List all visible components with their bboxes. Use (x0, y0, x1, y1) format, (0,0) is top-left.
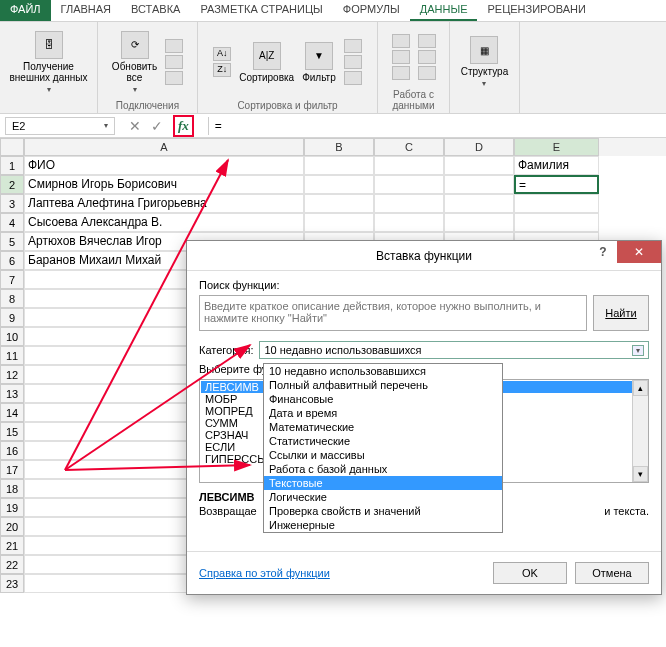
refresh-all-button[interactable]: ⟳ Обновить все ▾ (112, 31, 157, 94)
cell[interactable] (374, 156, 444, 175)
insert-function-button[interactable]: fx (173, 115, 194, 137)
tab-formulas[interactable]: ФОРМУЛЫ (333, 0, 410, 21)
row-header[interactable]: 12 (0, 365, 24, 384)
category-select[interactable]: 10 недавно использовавшихся ▾ (259, 341, 649, 359)
cell[interactable]: = (514, 175, 599, 194)
find-button[interactable]: Найти (593, 295, 649, 331)
row-header[interactable]: 8 (0, 289, 24, 308)
tab-insert[interactable]: ВСТАВКА (121, 0, 190, 21)
tab-data[interactable]: ДАННЫЕ (410, 0, 478, 21)
row-header[interactable]: 17 (0, 460, 24, 479)
remove-duplicates-icon[interactable] (392, 66, 410, 80)
advanced-filter-icon[interactable] (344, 71, 362, 85)
reapply-icon[interactable] (344, 55, 362, 69)
cancel-formula-icon[interactable]: ✕ (129, 118, 141, 134)
category-option[interactable]: Текстовые (264, 476, 502, 490)
row-header[interactable]: 6 (0, 251, 24, 270)
row-header[interactable]: 15 (0, 422, 24, 441)
validation-icon[interactable] (418, 34, 436, 48)
cell[interactable] (444, 213, 514, 232)
tab-review[interactable]: РЕЦЕНЗИРОВАНИ (477, 0, 595, 21)
cell[interactable] (374, 213, 444, 232)
cell[interactable] (304, 175, 374, 194)
row-header[interactable]: 5 (0, 232, 24, 251)
function-list-scrollbar[interactable]: ▴ ▾ (632, 380, 648, 482)
cancel-button[interactable]: Отмена (575, 562, 649, 584)
category-dropdown[interactable]: 10 недавно использовавшихсяПолный алфави… (263, 363, 503, 533)
ok-button[interactable]: OK (493, 562, 567, 584)
edit-links-icon[interactable] (165, 71, 183, 85)
consolidate-icon[interactable] (418, 50, 436, 64)
row-header[interactable]: 4 (0, 213, 24, 232)
category-option[interactable]: Проверка свойств и значений (264, 504, 502, 518)
category-option[interactable]: Статистические (264, 434, 502, 448)
name-box[interactable]: E2 ▾ (5, 117, 115, 135)
tab-file[interactable]: ФАЙЛ (0, 0, 51, 21)
formula-input[interactable]: = (208, 117, 666, 135)
cell[interactable] (444, 175, 514, 194)
scroll-up-icon[interactable]: ▴ (633, 380, 648, 396)
whatif-icon[interactable] (418, 66, 436, 80)
scroll-down-icon[interactable]: ▾ (633, 466, 648, 482)
cell[interactable]: ФИО (24, 156, 304, 175)
sort-asc-icon[interactable]: A↓ (213, 47, 231, 61)
row-header[interactable]: 22 (0, 555, 24, 574)
row-header[interactable]: 11 (0, 346, 24, 365)
col-header-c[interactable]: C (374, 138, 444, 156)
search-input[interactable]: Введите краткое описание действия, котор… (199, 295, 587, 331)
get-external-data-button[interactable]: 🗄 Получение внешних данных ▾ (10, 31, 88, 94)
row-header[interactable]: 9 (0, 308, 24, 327)
cell[interactable] (374, 175, 444, 194)
row-header[interactable]: 16 (0, 441, 24, 460)
row-header[interactable]: 7 (0, 270, 24, 289)
col-header-a[interactable]: A (24, 138, 304, 156)
category-option[interactable]: Полный алфавитный перечень (264, 378, 502, 392)
col-header-b[interactable]: B (304, 138, 374, 156)
row-header[interactable]: 3 (0, 194, 24, 213)
function-help-link[interactable]: Справка по этой функции (199, 567, 330, 579)
flash-fill-icon[interactable] (392, 50, 410, 64)
sort-desc-icon[interactable]: Z↓ (213, 63, 231, 77)
clear-filter-icon[interactable] (344, 39, 362, 53)
cell[interactable] (444, 156, 514, 175)
dialog-help-button[interactable]: ? (589, 241, 617, 263)
row-header[interactable]: 13 (0, 384, 24, 403)
row-header[interactable]: 1 (0, 156, 24, 175)
cell[interactable]: Лаптева Алефтина Григорьевна (24, 194, 304, 213)
select-all-corner[interactable] (0, 138, 24, 156)
cell[interactable] (304, 194, 374, 213)
row-header[interactable]: 20 (0, 517, 24, 536)
cell[interactable]: Смирнов Игорь Борисович (24, 175, 304, 194)
cell[interactable]: Сысоева Александра В. (24, 213, 304, 232)
dialog-close-button[interactable]: ✕ (617, 241, 661, 263)
row-header[interactable]: 19 (0, 498, 24, 517)
category-option[interactable]: Дата и время (264, 406, 502, 420)
col-header-e[interactable]: E (514, 138, 599, 156)
text-to-columns-icon[interactable] (392, 34, 410, 48)
category-option[interactable]: Работа с базой данных (264, 462, 502, 476)
row-header[interactable]: 21 (0, 536, 24, 555)
category-option[interactable]: Математические (264, 420, 502, 434)
row-header[interactable]: 2 (0, 175, 24, 194)
category-option[interactable]: Финансовые (264, 392, 502, 406)
tab-home[interactable]: ГЛАВНАЯ (51, 0, 121, 21)
category-option[interactable]: Ссылки и массивы (264, 448, 502, 462)
row-header[interactable]: 23 (0, 574, 24, 593)
cell[interactable] (514, 194, 599, 213)
cell[interactable] (304, 213, 374, 232)
cell[interactable] (304, 156, 374, 175)
category-option[interactable]: Инженерные (264, 518, 502, 532)
cell[interactable] (444, 194, 514, 213)
cell[interactable]: Фамилия (514, 156, 599, 175)
sort-button[interactable]: A|Z Сортировка (239, 42, 294, 83)
cell[interactable] (514, 213, 599, 232)
tab-page-layout[interactable]: РАЗМЕТКА СТРАНИЦЫ (190, 0, 332, 21)
row-header[interactable]: 18 (0, 479, 24, 498)
row-header[interactable]: 14 (0, 403, 24, 422)
outline-button[interactable]: ▦ Структура ▾ (461, 36, 508, 88)
dialog-titlebar[interactable]: Вставка функции ? ✕ (187, 241, 661, 271)
filter-button[interactable]: ▼ Фильтр (302, 42, 336, 83)
cell[interactable] (374, 194, 444, 213)
category-option[interactable]: Логические (264, 490, 502, 504)
category-option[interactable]: 10 недавно использовавшихся (264, 364, 502, 378)
